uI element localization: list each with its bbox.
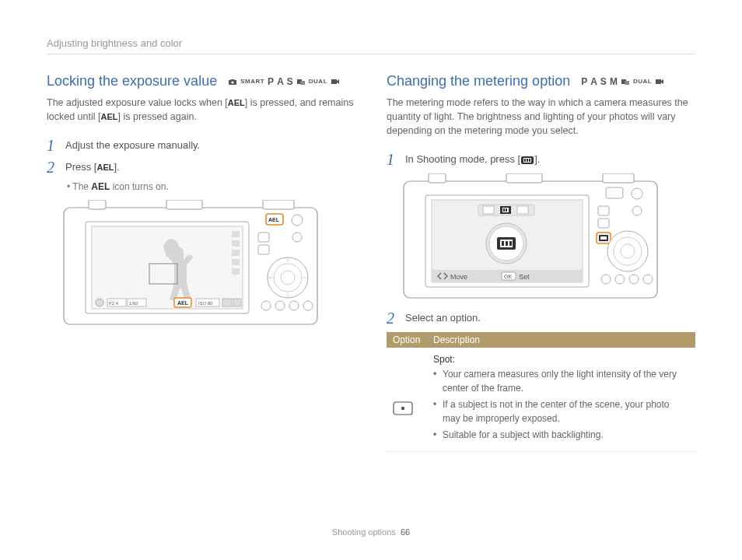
svg-point-91	[643, 275, 653, 284]
breadcrumb: Adjusting brightness and color	[47, 37, 695, 54]
metering-icon	[520, 156, 534, 165]
svg-rect-46	[656, 79, 661, 84]
right-step-1: 1 In Shooting mode, press [].	[387, 152, 695, 167]
svg-rect-45	[625, 81, 629, 85]
svg-rect-32	[258, 245, 269, 254]
svg-point-89	[615, 275, 625, 284]
svg-point-88	[601, 275, 611, 284]
svg-rect-9	[92, 226, 243, 309]
left-step-1: 1 Adjust the exposure manually.	[47, 138, 355, 153]
list-item: Suitable for a subject with backlighting…	[433, 429, 689, 442]
svg-rect-15	[232, 268, 240, 275]
svg-text:1/60: 1/60	[129, 301, 138, 306]
svg-rect-12	[232, 240, 240, 247]
mode-icons-left: SMART P A S DUAL	[228, 76, 340, 87]
svg-text:F2.4: F2.4	[109, 301, 119, 306]
th-option: Option	[387, 332, 427, 348]
svg-rect-26	[233, 299, 241, 306]
svg-rect-80	[598, 206, 609, 215]
svg-point-29	[292, 215, 303, 226]
svg-rect-6	[166, 200, 202, 209]
svg-rect-51	[529, 159, 530, 162]
metering-title: Changing the metering option	[387, 73, 570, 89]
svg-rect-49	[524, 159, 526, 162]
left-step-2-sub: The AEL icon turns on.	[67, 181, 355, 192]
svg-rect-54	[506, 173, 542, 183]
camera-illustration-right: Move OK Set	[387, 173, 695, 306]
svg-point-42	[289, 301, 299, 310]
svg-rect-81	[598, 219, 609, 228]
video-icon	[655, 78, 664, 86]
svg-rect-50	[527, 159, 528, 162]
mode-icons-right: P A S M DUAL	[581, 76, 664, 87]
svg-point-41	[275, 301, 285, 310]
svg-rect-77	[606, 187, 623, 198]
svg-rect-25	[222, 299, 232, 306]
dual-icon	[296, 78, 306, 86]
camera-illustration-left: F2.4 1/60 AEL ISO 80 AEL	[47, 200, 355, 332]
th-description: Description	[427, 332, 695, 348]
svg-rect-53	[429, 173, 446, 183]
locking-intro: The adjusted exposure value locks when […	[47, 96, 355, 124]
options-table: Option Description Spot:	[387, 332, 695, 452]
svg-rect-71	[509, 241, 512, 246]
table-row: Spot: Your camera measures only the ligh…	[387, 348, 695, 451]
svg-rect-5	[89, 200, 106, 209]
svg-text:Move: Move	[450, 273, 467, 281]
svg-text:OK: OK	[504, 274, 512, 279]
svg-text:Set: Set	[519, 273, 530, 281]
list-item: If a subject is not in the center of the…	[433, 398, 689, 425]
video-icon	[331, 78, 340, 86]
svg-rect-55	[603, 173, 634, 183]
svg-point-78	[632, 188, 642, 199]
list-item: Your camera measures only the light inte…	[433, 368, 689, 395]
right-step-2: 2 Select an option.	[387, 310, 695, 326]
svg-point-87	[621, 244, 635, 258]
svg-point-16	[96, 299, 103, 306]
spot-desc: Spot: Your camera measures only the ligh…	[427, 348, 695, 451]
svg-rect-62	[503, 208, 505, 212]
svg-rect-7	[263, 200, 294, 209]
svg-rect-69	[502, 241, 504, 246]
svg-point-0	[232, 81, 234, 83]
svg-text:AEL: AEL	[268, 217, 280, 222]
left-step-2: 2 Press [AEL].	[47, 159, 355, 175]
svg-rect-11	[232, 231, 240, 237]
locking-title: Locking the exposure value	[47, 73, 217, 89]
spot-metering-icon	[393, 401, 413, 415]
metering-intro: The metering mode refers to the way in w…	[387, 96, 695, 138]
svg-text:ISO 80: ISO 80	[198, 301, 213, 306]
spot-icon-cell	[387, 348, 427, 451]
svg-rect-13	[232, 250, 240, 256]
dual-icon	[621, 78, 630, 86]
svg-rect-84	[600, 236, 607, 240]
svg-rect-31	[258, 233, 269, 242]
svg-point-90	[629, 275, 639, 284]
svg-point-43	[303, 301, 313, 310]
page-footer: Shooting options 66	[0, 527, 742, 537]
svg-rect-3	[331, 79, 337, 84]
camera-icon	[228, 78, 237, 86]
svg-point-30	[292, 233, 302, 242]
left-column: Locking the exposure value SMART P A S D…	[47, 73, 355, 452]
svg-rect-2	[300, 81, 305, 85]
svg-point-93	[401, 407, 404, 410]
svg-rect-63	[506, 208, 507, 212]
svg-rect-14	[232, 259, 240, 265]
svg-point-35	[281, 271, 295, 285]
svg-point-79	[632, 206, 642, 215]
svg-text:AEL: AEL	[177, 300, 189, 306]
svg-rect-59	[483, 206, 494, 214]
svg-rect-64	[517, 206, 528, 214]
svg-rect-70	[506, 241, 508, 246]
right-column: Changing the metering option P A S M DUA…	[387, 73, 695, 452]
svg-point-40	[261, 301, 271, 310]
